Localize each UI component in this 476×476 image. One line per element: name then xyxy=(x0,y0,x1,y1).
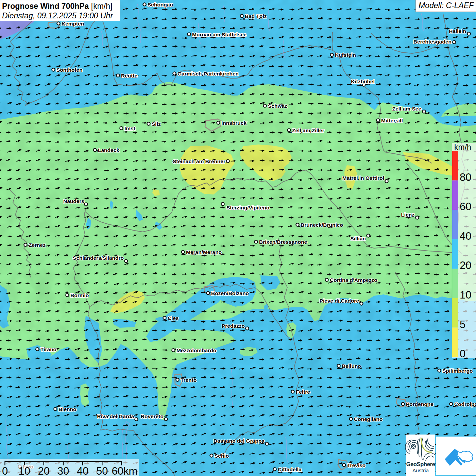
svg-text:Belluno: Belluno xyxy=(342,363,361,369)
svg-text:Innsbruck: Innsbruck xyxy=(221,120,247,126)
svg-text:Bassano del Grappa: Bassano del Grappa xyxy=(214,438,265,444)
svg-text:Pieve di Cadore: Pieve di Cadore xyxy=(320,298,359,304)
svg-text:Nauders: Nauders xyxy=(63,198,84,204)
svg-text:Lienz: Lienz xyxy=(401,212,414,218)
svg-text:Zell am See: Zell am See xyxy=(392,106,422,112)
svg-text:20: 20 xyxy=(460,259,471,271)
svg-text:50: 50 xyxy=(96,465,108,476)
svg-text:Austria: Austria xyxy=(412,468,429,473)
svg-text:Steinach am Brenner: Steinach am Brenner xyxy=(173,158,225,164)
svg-text:Bormio: Bormio xyxy=(70,292,89,298)
svg-text:Feltre: Feltre xyxy=(296,389,310,395)
svg-text:Landeck: Landeck xyxy=(98,147,119,153)
svg-text:80: 80 xyxy=(460,171,471,183)
svg-text:Rovereto: Rovereto xyxy=(141,413,164,419)
svg-text:Schongau: Schongau xyxy=(148,2,173,7)
svg-text:Pordenone: Pordenone xyxy=(406,401,434,407)
svg-text:10: 10 xyxy=(460,289,471,301)
svg-text:Tirano: Tirano xyxy=(40,346,56,352)
svg-text:0: 0 xyxy=(2,465,8,476)
svg-text:Kufstein: Kufstein xyxy=(335,52,356,58)
svg-text:Riva del Garda: Riva del Garda xyxy=(97,413,134,419)
svg-text:Murnau am Staffelsee: Murnau am Staffelsee xyxy=(192,32,247,37)
svg-text:Matrei in Osttirol: Matrei in Osttirol xyxy=(342,175,384,181)
svg-text:Reutte: Reutte xyxy=(121,73,138,79)
svg-text:Garmisch-Partenkirchen: Garmisch-Partenkirchen xyxy=(177,71,239,76)
svg-text:5: 5 xyxy=(460,319,465,330)
svg-text:Schwaz: Schwaz xyxy=(268,103,287,109)
svg-text:Cortina d'Ampezzo: Cortina d'Ampezzo xyxy=(330,277,377,283)
svg-text:km/h: km/h xyxy=(454,143,471,152)
svg-text:Bruneck/Brunico: Bruneck/Brunico xyxy=(301,222,343,228)
svg-text:Sterzing/Vipiteno: Sterzing/Vipiteno xyxy=(226,205,269,210)
svg-text:Cles: Cles xyxy=(168,315,179,321)
svg-text:Sillian: Sillian xyxy=(350,236,366,241)
svg-text:Bozen/Bolzano: Bozen/Bolzano xyxy=(211,290,249,296)
svg-text:Zell am Ziller: Zell am Ziller xyxy=(292,128,324,133)
svg-text:60: 60 xyxy=(460,201,471,213)
svg-text:Schio: Schio xyxy=(215,453,229,459)
svg-text:Spilimbergo: Spilimbergo xyxy=(442,368,473,374)
svg-text:Meran/Merano: Meran/Merano xyxy=(186,249,222,255)
svg-text:Bienno: Bienno xyxy=(58,406,76,412)
svg-text:Mezzolombardo: Mezzolombardo xyxy=(176,347,216,353)
svg-text:Predazzo: Predazzo xyxy=(222,323,245,329)
svg-text:20: 20 xyxy=(38,465,50,476)
svg-text:Hallein: Hallein xyxy=(449,28,466,34)
svg-text:60km: 60km xyxy=(112,465,138,476)
svg-text:Trento: Trento xyxy=(181,377,197,383)
svg-text:40: 40 xyxy=(460,230,471,242)
svg-text:0: 0 xyxy=(460,348,465,360)
svg-text:Kitzbühel: Kitzbühel xyxy=(351,79,375,84)
svg-text:Treviso: Treviso xyxy=(347,462,366,468)
svg-text:Codroipo: Codroipo xyxy=(454,401,476,407)
svg-text:GeoSphere: GeoSphere xyxy=(406,461,435,467)
svg-text:10: 10 xyxy=(18,465,30,476)
svg-text:Brixen/Bressanone: Brixen/Bressanone xyxy=(259,239,307,245)
svg-text:Conegliano: Conegliano xyxy=(354,416,382,422)
svg-text:Silz: Silz xyxy=(152,121,161,127)
svg-text:Berchtesgaden: Berchtesgaden xyxy=(413,39,452,45)
svg-text:Mittersill: Mittersill xyxy=(381,118,403,123)
svg-text:Sonthofen: Sonthofen xyxy=(56,67,83,73)
svg-text:40: 40 xyxy=(77,465,88,476)
svg-text:Imst: Imst xyxy=(124,125,135,131)
svg-text:30: 30 xyxy=(57,465,69,476)
svg-text:Cittadella: Cittadella xyxy=(278,466,302,472)
svg-text:Bad Tölz: Bad Tölz xyxy=(245,13,267,19)
svg-text:Zernez: Zernez xyxy=(29,242,46,248)
svg-text:Kempten: Kempten xyxy=(62,21,84,27)
svg-text:Schlanders/Silandro: Schlanders/Silandro xyxy=(73,255,124,261)
